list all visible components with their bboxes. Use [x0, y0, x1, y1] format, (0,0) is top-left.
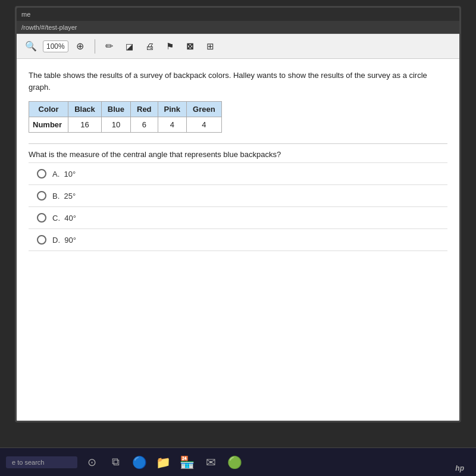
taskbar-search[interactable]: e to search	[6, 456, 77, 468]
row-header-number: Number	[29, 117, 68, 133]
cell-green: 4	[187, 117, 222, 133]
cross-box-icon[interactable]: ⊠	[182, 38, 199, 55]
col-header-pink: Pink	[158, 102, 186, 117]
taskbar-folder-icon[interactable]: 📁	[154, 453, 173, 472]
answer-label-c: C. 40°	[52, 214, 76, 223]
question-area: The table shows the results of a survey …	[17, 59, 459, 262]
answer-choice-d[interactable]: D. 90°	[29, 229, 447, 251]
taskbar: e to search ⊙ ⧉ 🔵 📁 🏪 ✉ 🟢 hp	[0, 447, 476, 476]
taskbar-store-icon[interactable]: 🏪	[177, 453, 196, 472]
radio-b[interactable]	[37, 191, 46, 201]
hp-logo: hp	[455, 464, 464, 472]
divider	[29, 143, 447, 144]
toolbar: 🔍 100% ⊕ ✏ ◪ 🖨 ⚑ ⊠ ⊞	[17, 34, 459, 59]
answer-label-d: D. 90°	[52, 236, 76, 245]
title-bar: me	[17, 8, 459, 21]
cell-blue: 10	[101, 117, 130, 133]
answer-label-b: B. 25°	[52, 192, 76, 201]
eraser-icon[interactable]: ◪	[121, 38, 138, 55]
taskbar-search-text: e to search	[12, 459, 44, 466]
answers-section: A. 10° B. 25° C. 40° D. 90°	[29, 162, 447, 251]
taskbar-mail-icon[interactable]: ✉	[201, 453, 220, 472]
pencil-icon[interactable]: ✏	[101, 38, 118, 55]
zoom-value: 100%	[46, 42, 65, 51]
taskbar-edge-icon[interactable]: 🔵	[130, 453, 149, 472]
cell-black: 16	[68, 117, 102, 133]
flag-icon[interactable]: ⚑	[162, 38, 178, 55]
data-table: Color Black Blue Red Pink Green Number 1…	[29, 101, 222, 133]
cell-red: 6	[131, 117, 158, 133]
taskbar-windows-icon[interactable]: ⊙	[82, 453, 101, 472]
search-icon[interactable]: 🔍	[23, 38, 39, 55]
answer-choice-c[interactable]: C. 40°	[29, 207, 447, 229]
taskbar-task-view-icon[interactable]: ⧉	[106, 453, 125, 472]
answer-choice-b[interactable]: B. 25°	[29, 185, 447, 207]
col-header-blue: Blue	[101, 102, 130, 117]
col-header-black: Black	[68, 102, 102, 117]
col-header-red: Red	[131, 102, 158, 117]
address-bar: /rowth/#/test-player	[17, 21, 459, 34]
question-text: The table shows the results of a survey …	[29, 70, 447, 93]
print-icon[interactable]: 🖨	[142, 38, 158, 55]
radio-c[interactable]	[37, 213, 46, 223]
col-header-color: Color	[29, 102, 68, 117]
answer-label-a: A. 10°	[52, 170, 76, 178]
zoom-in-icon[interactable]: ⊕	[72, 38, 89, 55]
toolbar-divider-1	[95, 39, 95, 54]
zoom-control[interactable]: 100%	[43, 40, 68, 52]
title-bar-text: me	[21, 11, 30, 18]
cell-pink: 4	[158, 117, 186, 133]
answer-choice-a[interactable]: A. 10°	[29, 162, 447, 185]
laptop-screen: me /rowth/#/test-player 🔍 100% ⊕ ✏ ◪ 🖨 ⚑…	[15, 6, 461, 422]
sub-question-text: What is the measure of the central angle…	[29, 150, 447, 159]
radio-a[interactable]	[37, 169, 46, 178]
taskbar-chrome-icon[interactable]: 🟢	[225, 453, 244, 472]
screen-wrapper: me /rowth/#/test-player 🔍 100% ⊕ ✏ ◪ 🖨 ⚑…	[0, 0, 476, 476]
radio-d[interactable]	[37, 235, 46, 245]
grid-icon[interactable]: ⊞	[202, 38, 219, 55]
address-text: /rowth/#/test-player	[21, 24, 77, 31]
col-header-green: Green	[187, 102, 222, 117]
